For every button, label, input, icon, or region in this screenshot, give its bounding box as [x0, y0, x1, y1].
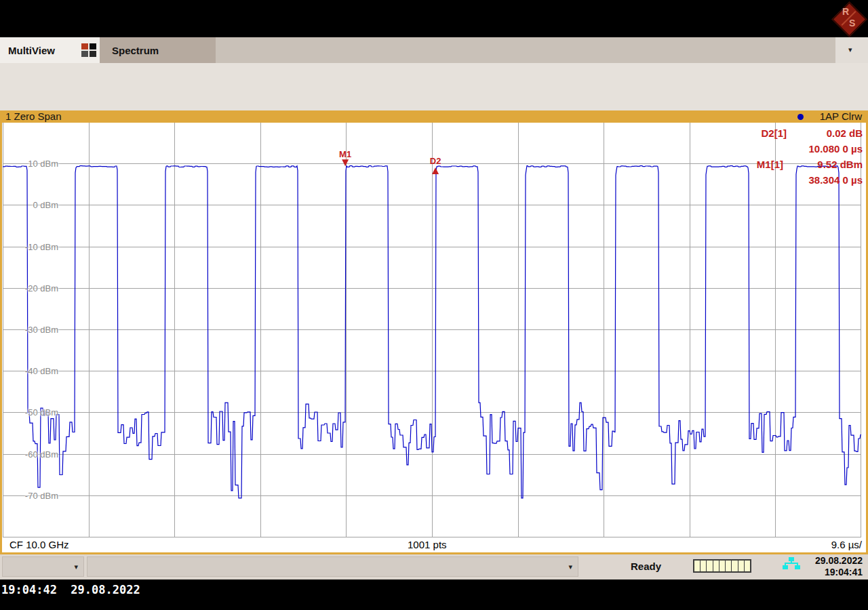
top-bar: RS — [0, 0, 868, 37]
marker-d2[interactable]: D2 — [430, 156, 441, 174]
tab-spectrum-label: Spectrum — [112, 45, 159, 56]
chevron-down-icon: ▾ — [74, 563, 78, 571]
progress-segment — [694, 561, 701, 571]
y-axis-label: -60 dBm — [16, 449, 58, 460]
tab-spectrum[interactable]: Spectrum — [100, 37, 216, 63]
window-title-bar[interactable]: 1 Zero Span 1AP Clrw — [0, 110, 868, 123]
grid — [3, 123, 861, 537]
tab-bar: MultiView Spectrum — [0, 37, 868, 63]
delta-marker-readout-value: 0.02 dB — [788, 127, 863, 139]
marker-readout-value: 9.52 dBm — [788, 159, 863, 170]
progress-segment — [701, 561, 707, 571]
status-date: 29.08.2022 — [815, 555, 863, 567]
y-axis-label: 0 dBm — [16, 200, 58, 210]
marker-readout-label: M1[1] — [736, 159, 783, 170]
clock-text: 19:04:42 29.08.2022 — [1, 583, 140, 596]
trace-active-dot-icon — [797, 114, 804, 120]
clock-bar: 19:04:42 29.08.2022 — [0, 580, 868, 610]
y-axis-label: -10 dBm — [16, 242, 58, 252]
screen: RS MultiView Spectrum ▾ Ref Level 20.00 … — [0, 0, 868, 610]
center-frequency-label[interactable]: CF 10.0 GHz — [9, 539, 69, 550]
delta-marker-readout-time: 10.080 0 µs — [768, 143, 863, 155]
status-dropdown-main[interactable]: ▾ — [87, 556, 578, 577]
rohde-schwarz-logo-icon: RS — [831, 1, 865, 35]
status-state: Ready — [631, 561, 661, 572]
multiview-grid-icon — [81, 43, 97, 58]
status-time: 19:04:41 — [815, 567, 863, 578]
y-axis-label: -20 dBm — [16, 283, 58, 293]
time-per-div-label[interactable]: 9.6 µs/ — [831, 539, 862, 550]
marker-d2-label: D2 — [430, 156, 441, 166]
y-axis-label: -50 dBm — [16, 407, 58, 418]
marker-m1-label: M1 — [339, 149, 351, 159]
y-axis-label: -30 dBm — [16, 325, 58, 335]
sweep-progress-bar — [693, 559, 751, 573]
network-icon[interactable] — [782, 557, 801, 569]
chevron-down-icon: ▾ — [848, 45, 852, 54]
window-title: 1 Zero Span — [5, 110, 62, 122]
marker-readout-time: 38.304 0 µs — [768, 174, 863, 186]
chevron-down-icon: ▾ — [568, 563, 572, 571]
trace-mode-label[interactable]: 1AP Clrw — [820, 110, 862, 122]
y-axis-label: 10 dBm — [16, 159, 58, 169]
progress-segment — [738, 561, 745, 571]
zero-span-plot: M1D2 — [3, 123, 861, 537]
sweep-points-label: 1001 pts — [408, 539, 447, 550]
progress-segment — [726, 561, 732, 571]
status-bar: ▾ ▾ Ready 29.08.2022 19:04:41 — [0, 554, 868, 580]
settings-header: Ref Level 20.00 dBm Att 30 dB SWT 96 µs … — [0, 63, 868, 110]
progress-segment — [707, 561, 713, 571]
progress-segment — [745, 561, 750, 571]
y-axis-label: -40 dBm — [16, 366, 58, 376]
progress-segment — [732, 561, 738, 571]
progress-segment — [713, 561, 719, 571]
status-datetime: 29.08.2022 19:04:41 — [815, 555, 863, 578]
y-axis-label: -70 dBm — [16, 491, 58, 501]
progress-segment — [719, 561, 726, 571]
delta-marker-readout-label: D2[1] — [739, 127, 787, 139]
status-dropdown-left[interactable]: ▾ — [2, 556, 84, 577]
tab-multiview[interactable]: MultiView — [0, 37, 100, 63]
tab-overflow-button[interactable]: ▾ — [835, 37, 868, 63]
tab-multiview-label: MultiView — [8, 45, 55, 56]
